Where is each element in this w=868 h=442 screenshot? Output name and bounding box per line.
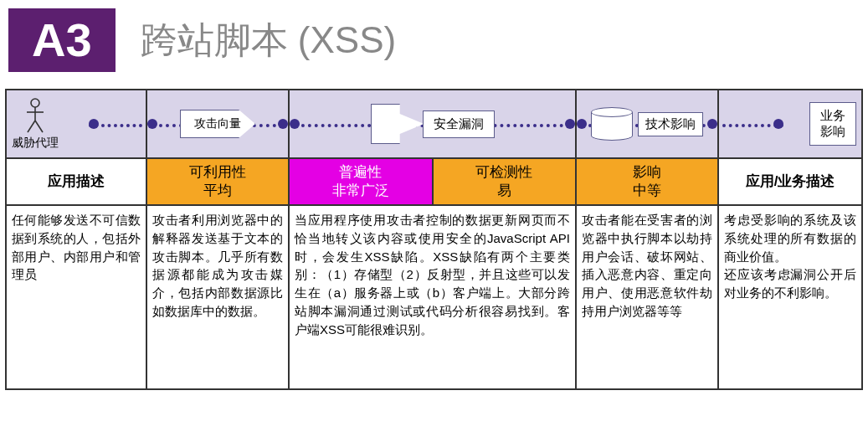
arrow-icon (371, 104, 424, 144)
header-row: 应用描述 可利用性平均 普遍性非常广泛 可检测性易 影响中等 应用/业务描述 (6, 158, 862, 205)
body-biz-impact: 考虑受影响的系统及该系统处理的所有数据的商业价值。 还应该考虑漏洞公开后对业务的… (718, 205, 862, 389)
hdr-app-desc: 应用描述 (6, 158, 146, 205)
risk-title: 跨站脚本 (XSS) (141, 16, 397, 65)
body-tech-impact: 攻击者能在受害者的浏览器中执行脚本以劫持用户会话、破坏网站、插入恶意内容、重定向… (576, 205, 718, 389)
biz-impact-label: 业务影响 (809, 102, 856, 146)
body-row: 任何能够发送不可信数据到系统的人，包括外部用户、内部用户和管理员 攻击者利用浏览… (6, 205, 862, 389)
attack-vector-label: 攻击向量 (180, 110, 255, 138)
weakness-label: 安全漏洞 (423, 110, 495, 138)
cylinder-icon (591, 107, 633, 141)
hdr-detectability: 可检测性易 (433, 158, 577, 205)
body-app-desc: 任何能够发送不可信数据到系统的人，包括外部用户、内部用户和管理员 (6, 205, 146, 389)
hdr-biz-desc: 应用/业务描述 (718, 158, 862, 205)
hdr-impact: 影响中等 (576, 158, 718, 205)
hdr-exploitability: 可利用性平均 (146, 158, 289, 205)
flow-row: 威胁代理 攻击向量 安全漏洞 技术影响 (6, 90, 862, 158)
svg-line-3 (28, 121, 35, 132)
person-icon (23, 97, 47, 134)
svg-line-4 (35, 121, 43, 132)
title-header: A3 跨站脚本 (XSS) (0, 0, 868, 89)
body-attack-vector: 攻击者利用浏览器中的解释器发送基于文本的攻击脚本。几乎所有数据源都能成为攻击媒介… (146, 205, 289, 389)
tech-impact-label: 技术影响 (638, 112, 703, 136)
risk-table: 威胁代理 攻击向量 安全漏洞 技术影响 (5, 89, 863, 390)
body-weakness: 当应用程序使用攻击者控制的数据更新网页而不恰当地转义该内容或使用安全的JavaS… (289, 205, 576, 389)
threat-agent-label: 威胁代理 (12, 136, 59, 151)
svg-point-0 (31, 99, 39, 107)
hdr-prevalence: 普遍性非常广泛 (289, 158, 433, 205)
risk-code-badge: A3 (8, 8, 116, 72)
